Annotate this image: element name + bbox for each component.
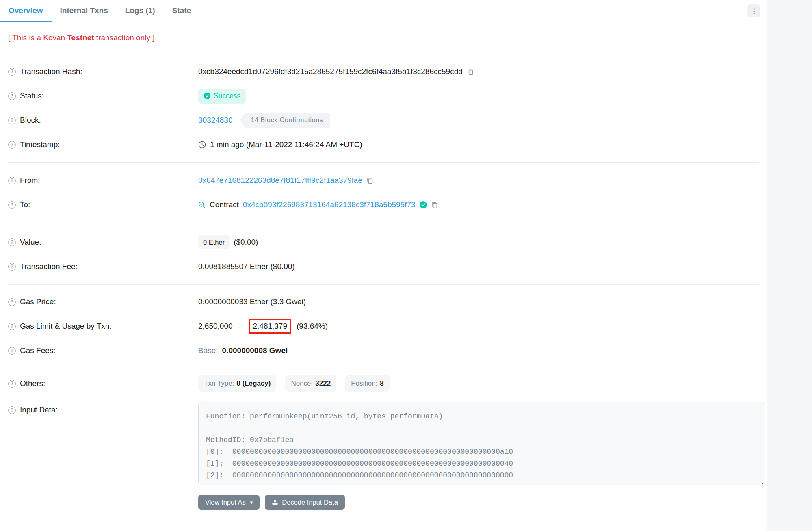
block-confirmations-badge: 14 Block Confirmations xyxy=(240,113,330,128)
input-data-row: ? Input Data: Function: performUpkeep(ui… xyxy=(0,402,767,510)
value-row: ? Value: 0 Ether ($0.00) xyxy=(0,230,767,254)
help-icon[interactable]: ? xyxy=(8,238,16,246)
status-row: ? Status: Success xyxy=(0,84,767,108)
label-text: Gas Fees: xyxy=(20,346,56,355)
view-input-as-button[interactable]: View Input As ▾ xyxy=(198,495,260,510)
label-text: From: xyxy=(20,176,40,185)
transaction-hash-row: ? Transaction Hash: 0xcb324eedcd1d07296f… xyxy=(0,59,767,84)
clock-icon xyxy=(198,141,206,149)
kebab-icon: ⋮ xyxy=(751,8,758,15)
label-text: Others: xyxy=(20,379,45,388)
help-icon[interactable]: ? xyxy=(8,347,16,355)
gas-fees-row: ? Gas Fees: Base: 0.000000008 Gwei xyxy=(0,338,767,363)
to-address-link[interactable]: 0x4cb093f226983713164a62138c3f718a5b595f… xyxy=(243,200,416,209)
gas-used-value: 2,481,379 xyxy=(253,322,287,330)
label-text: Gas Price: xyxy=(20,297,56,306)
value-amount-badge: 0 Ether xyxy=(198,235,230,249)
others-row: ? Others: Txn Type: 0 (Legacy) Nonce: 32… xyxy=(0,371,767,396)
notice-suffix: transaction only ] xyxy=(94,33,155,42)
position-badge: Position: 8 xyxy=(345,375,390,392)
transaction-fee-value: 0.0081885507 Ether ($0.00) xyxy=(198,262,295,271)
block-number-link[interactable]: 30324830 xyxy=(198,116,233,125)
badge-label: Nonce: xyxy=(291,379,313,388)
help-icon[interactable]: ? xyxy=(8,380,16,388)
help-icon[interactable]: ? xyxy=(8,68,16,76)
help-icon[interactable]: ? xyxy=(8,117,16,124)
tab-logs[interactable]: Logs (1) xyxy=(117,0,164,22)
timestamp-row: ? Timestamp: 1 min ago (Mar-11-2022 11:4… xyxy=(0,132,767,157)
button-label: View Input As xyxy=(205,498,246,506)
from-address-link[interactable]: 0x647e7168122263d8e7f81f17fff9c2f1aa379f… xyxy=(198,176,362,185)
gas-price-label: ? Gas Price: xyxy=(8,297,198,306)
input-data-textarea[interactable]: Function: performUpkeep(uint256 id, byte… xyxy=(198,402,764,485)
badge-value: 3222 xyxy=(315,379,331,388)
from-row: ? From: 0x647e7168122263d8e7f81f17fff9c2… xyxy=(0,168,767,193)
help-icon[interactable]: ? xyxy=(8,201,16,209)
transaction-hash-value: 0xcb324eedcd1d07296fdf3d215a2865275f159c… xyxy=(198,67,463,76)
label-text: Transaction Hash: xyxy=(20,67,82,76)
badge-label: Position: xyxy=(351,379,377,388)
transaction-fee-label: ? Transaction Fee: xyxy=(8,262,198,271)
label-text: Timestamp: xyxy=(20,140,60,149)
check-circle-icon xyxy=(204,93,210,99)
contract-prefix: Contract xyxy=(210,200,239,209)
copy-icon[interactable] xyxy=(366,177,374,184)
gas-fees-label: ? Gas Fees: xyxy=(8,346,198,355)
status-text: Success xyxy=(214,92,240,100)
gas-limit-usage-row: ? Gas Limit & Usage by Txn: 2,650,000 | … xyxy=(0,314,767,338)
zoom-in-icon[interactable] xyxy=(198,201,206,208)
from-label: ? From: xyxy=(8,176,198,185)
gas-price-value: 0.0000000033 Ether (3.3 Gwei) xyxy=(198,297,306,306)
gas-used-highlight-box: 2,481,379 xyxy=(249,319,291,334)
decode-input-data-button[interactable]: Decode Input Data xyxy=(265,495,345,510)
copy-icon[interactable] xyxy=(431,201,438,208)
notice-bold: Testnet xyxy=(67,33,94,42)
timestamp-label: ? Timestamp: xyxy=(8,140,198,149)
more-options-button[interactable]: ⋮ xyxy=(747,4,760,17)
gas-limit-usage-label: ? Gas Limit & Usage by Txn: xyxy=(8,322,198,331)
copy-icon[interactable] xyxy=(467,68,474,75)
tab-bar: Overview Internal Txns Logs (1) State ⋮ xyxy=(0,0,767,22)
badge-value: 0 (Legacy) xyxy=(236,379,271,388)
gas-fees-base-value: 0.000000008 Gwei xyxy=(222,346,288,355)
help-icon[interactable]: ? xyxy=(8,177,16,184)
to-row: ? To: Contract 0x4cb093f226983713164a621… xyxy=(0,193,767,217)
tab-internal-txns[interactable]: Internal Txns xyxy=(52,0,117,22)
block-row: ? Block: 30324830 14 Block Confirmations xyxy=(0,108,767,132)
notice-prefix: [ This is a Kovan xyxy=(8,33,67,42)
to-label: ? To: xyxy=(8,200,198,209)
gas-price-row: ? Gas Price: 0.0000000033 Ether (3.3 Gwe… xyxy=(0,290,767,314)
block-label: ? Block: xyxy=(8,116,198,125)
value-label: ? Value: xyxy=(8,238,198,247)
others-label: ? Others: xyxy=(8,379,198,388)
chevron-down-icon: ▾ xyxy=(250,499,253,505)
status-label: ? Status: xyxy=(8,91,198,100)
help-icon[interactable]: ? xyxy=(8,406,16,414)
gas-used-percent: (93.64%) xyxy=(297,322,328,331)
help-icon[interactable]: ? xyxy=(8,323,16,330)
help-icon[interactable]: ? xyxy=(8,263,16,271)
label-text: Value: xyxy=(20,238,41,247)
nonce-badge: Nonce: 3222 xyxy=(285,375,336,392)
verified-check-icon xyxy=(420,201,427,208)
testnet-notice: [ This is a Kovan Testnet transaction on… xyxy=(0,22,767,53)
help-icon[interactable]: ? xyxy=(8,298,16,306)
gas-fees-base-label: Base: xyxy=(198,346,218,355)
txn-type-badge: Txn Type: 0 (Legacy) xyxy=(198,375,276,392)
tab-state[interactable]: State xyxy=(164,0,199,22)
gas-separator: | xyxy=(239,322,241,331)
gas-limit-value: 2,650,000 xyxy=(198,322,233,331)
tab-overview[interactable]: Overview xyxy=(0,0,52,22)
help-icon[interactable]: ? xyxy=(8,141,16,149)
label-text: Input Data: xyxy=(20,405,58,414)
transaction-details-card: Overview Internal Txns Logs (1) State ⋮ … xyxy=(0,0,767,531)
transaction-hash-label: ? Transaction Hash: xyxy=(8,67,198,76)
label-text: Transaction Fee: xyxy=(20,262,78,271)
decode-icon xyxy=(272,499,278,506)
label-text: Block: xyxy=(20,116,41,125)
transaction-fee-row: ? Transaction Fee: 0.0081885507 Ether ($… xyxy=(0,254,767,279)
value-fiat: ($0.00) xyxy=(234,238,258,247)
button-label: Decode Input Data xyxy=(282,498,338,506)
help-icon[interactable]: ? xyxy=(8,92,16,100)
timestamp-value: 1 min ago (Mar-11-2022 11:46:24 AM +UTC) xyxy=(210,140,362,149)
